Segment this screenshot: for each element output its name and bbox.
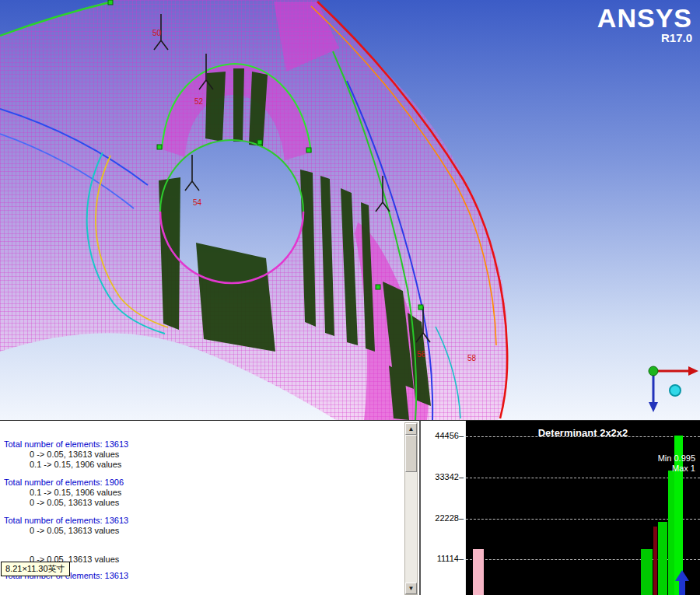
log-line: Total number of elements: 1906 — [4, 478, 419, 488]
histogram-panel[interactable]: 11114222283334244456 Determinant 2x2x2 M… — [419, 420, 700, 595]
y-tick-label: 33342 — [435, 472, 464, 481]
histogram-bar[interactable] — [473, 549, 484, 595]
log-lines: Total number of elements: 136130 -> 0.05… — [0, 421, 419, 581]
curve-label: 58 — [467, 354, 477, 362]
histogram-title: Determinant 2x2x2 — [466, 427, 700, 439]
origin-node-icon — [649, 366, 658, 376]
ansys-logo: ANSYS R17.0 — [597, 5, 692, 44]
log-line — [4, 470, 419, 478]
curve-label: 50 — [152, 29, 162, 37]
size-tooltip: 8.21×11.30英寸 — [1, 562, 70, 576]
log-line: Total number of elements: 13613 — [4, 439, 419, 450]
histogram-ylabels: 11114222283334244456 — [421, 421, 465, 595]
curve-label: 52 — [194, 97, 204, 106]
log-line — [4, 536, 419, 555]
curve-label: 56 — [417, 350, 426, 359]
y-tick-label: 11114 — [437, 554, 464, 563]
ansys-version-text: R17.0 — [597, 31, 692, 44]
log-line: 0 -> 0.05, 13613 values — [4, 450, 419, 460]
ansys-logo-text: ANSYS — [597, 5, 692, 31]
histogram-plot[interactable]: Determinant 2x2x2 Min 0.995 Max 1 — [465, 421, 700, 595]
log-line: 0 -> 0.05, 13613 values — [4, 526, 419, 536]
orientation-triad-icon[interactable] — [649, 366, 698, 412]
max-label: Max 1 — [658, 464, 695, 474]
viewport-3d[interactable]: 5052545658 ANSYS R17.0 — [0, 0, 700, 420]
histogram-bar[interactable] — [658, 522, 668, 595]
scroll-thumb[interactable] — [405, 435, 417, 472]
bottom-section: Total number of elements: 136130 -> 0.05… — [0, 420, 700, 595]
log-line — [4, 508, 419, 516]
histogram-bar[interactable] — [641, 549, 653, 595]
mesh-canvas: 5052545658 — [0, 0, 700, 420]
gridline — [466, 519, 700, 520]
min-label: Min 0.995 — [658, 453, 695, 464]
histogram-bar[interactable] — [668, 471, 674, 595]
y-tick-label: 44456 — [435, 431, 464, 440]
scroll-indicator-arrow[interactable] — [675, 570, 689, 595]
log-line: 0.1 -> 0.15, 1906 values — [4, 460, 419, 470]
histogram-bar[interactable] — [653, 527, 657, 595]
y-tick-label: 22228 — [435, 513, 464, 523]
log-line: Total number of elements: 13613 — [4, 516, 419, 526]
histogram-minmax: Min 0.995 Max 1 — [658, 453, 695, 474]
scroll-up-button[interactable]: ▲ — [405, 423, 417, 435]
log-scrollbar[interactable]: ▲ ▼ — [404, 422, 418, 595]
scroll-down-button[interactable]: ▼ — [405, 583, 417, 594]
message-log-panel[interactable]: Total number of elements: 136130 -> 0.05… — [0, 420, 419, 595]
curve-label: 54 — [193, 198, 202, 207]
z-axis-node-icon — [670, 385, 681, 396]
log-line: 0 -> 0.05, 13613 values — [4, 498, 419, 508]
mesh-surface — [0, 0, 508, 420]
gridline — [466, 478, 700, 478]
log-line: 0.1 -> 0.15, 1906 values — [4, 488, 419, 498]
